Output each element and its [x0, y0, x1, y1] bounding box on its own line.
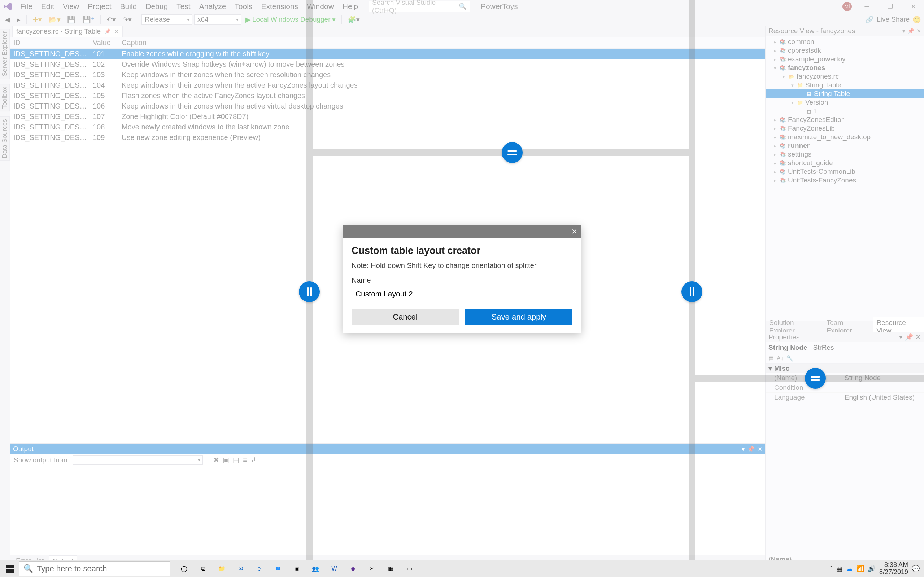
tree-node[interactable]: ▾📁Version: [766, 98, 924, 107]
panel-close-icon[interactable]: ✕: [758, 446, 762, 453]
menu-extensions[interactable]: Extensions: [257, 1, 302, 12]
powertoys-icon[interactable]: ▦: [382, 560, 399, 577]
props-pages-icon[interactable]: 🔧: [787, 355, 794, 362]
quick-launch-search[interactable]: Search Visual Studio (Ctrl+Q) 🔍: [369, 1, 470, 12]
tree-node[interactable]: ▾📂fancyzones.rc: [766, 72, 924, 81]
pin-icon[interactable]: 📌: [104, 29, 110, 34]
tree-node[interactable]: ▸📚shortcut_guide: [766, 159, 924, 167]
dialog-close-icon[interactable]: ✕: [571, 227, 577, 236]
task-view-icon[interactable]: ⧉: [194, 560, 212, 577]
feedback-icon[interactable]: 🙂: [913, 16, 921, 24]
tree-node[interactable]: ▸📚UnitTests-CommonLib: [766, 167, 924, 176]
tree-node[interactable]: ▾📚fancyzones: [766, 63, 924, 72]
splitter-handle-horizontal[interactable]: [805, 368, 826, 389]
col-header-value[interactable]: Value: [90, 37, 119, 49]
menu-project[interactable]: Project: [84, 1, 115, 12]
window-minimize-icon[interactable]: ─: [859, 1, 875, 12]
tree-node[interactable]: ▸📚maximize_to_new_desktop: [766, 133, 924, 141]
col-header-caption[interactable]: Caption: [119, 37, 765, 49]
user-avatar[interactable]: Mi: [842, 2, 852, 11]
cortana-icon[interactable]: ◯: [175, 560, 193, 577]
server-explorer-tab[interactable]: Server Explorer: [0, 29, 10, 79]
vscode-icon[interactable]: ≋: [269, 560, 287, 577]
menu-edit[interactable]: Edit: [37, 1, 58, 12]
tree-node[interactable]: ▸📚example_powertoy: [766, 55, 924, 63]
file-explorer-icon[interactable]: 📁: [213, 560, 230, 577]
cancel-button[interactable]: Cancel: [352, 309, 459, 325]
new-project-button[interactable]: ✚▾: [30, 15, 44, 24]
window-restore-icon[interactable]: ❐: [882, 1, 898, 12]
tree-node[interactable]: ▸📚common: [766, 37, 924, 46]
tree-node[interactable]: ▸📚cpprestsdk: [766, 46, 924, 55]
table-row[interactable]: IDS_SETTING_DESCRIPTION_...105Flash zone…: [10, 90, 765, 101]
toolbox-tab[interactable]: Toolbox: [0, 84, 10, 111]
tray-overflow-icon[interactable]: ˄: [829, 565, 833, 573]
layout-name-input[interactable]: [352, 287, 572, 301]
splitter-handle-vertical[interactable]: [299, 281, 320, 302]
menu-view[interactable]: View: [59, 1, 82, 12]
output-wordwrap-button[interactable]: ↲: [250, 456, 256, 464]
props-alpha-icon[interactable]: A↓: [777, 355, 783, 362]
tree-node[interactable]: ▸📚FancyZonesEditor: [766, 115, 924, 124]
panel-close-icon[interactable]: ✕: [916, 28, 921, 34]
start-button[interactable]: [2, 560, 19, 577]
menu-analyze[interactable]: Analyze: [195, 1, 230, 12]
tray-volume-icon[interactable]: 🔊: [868, 565, 876, 573]
open-file-button[interactable]: 📂▾: [46, 15, 63, 24]
menu-build[interactable]: Build: [116, 1, 141, 12]
output-toggle-2[interactable]: ▤: [233, 456, 239, 464]
panel-dropdown-icon[interactable]: ▾: [899, 333, 903, 341]
dialog-header[interactable]: ✕: [343, 225, 581, 238]
table-row[interactable]: IDS_SETTING_DESCRIPTION_...107Zone Highl…: [10, 111, 765, 122]
output-toggle-1[interactable]: ▣: [223, 456, 229, 464]
redo-button[interactable]: ↷▾: [120, 15, 134, 24]
toolbar-misc-button[interactable]: 🧩▾: [346, 15, 362, 24]
nav-back-button[interactable]: ◀: [3, 15, 13, 24]
menu-help[interactable]: Help: [339, 1, 362, 12]
solution-config-select[interactable]: Release: [142, 15, 192, 24]
teams-icon[interactable]: 👥: [307, 560, 324, 577]
props-category-misc[interactable]: ▾Misc: [766, 364, 924, 373]
col-header-id[interactable]: ID: [10, 37, 90, 49]
window-close-icon[interactable]: ✕: [905, 1, 921, 12]
panel-dropdown-icon[interactable]: ▾: [902, 28, 905, 34]
data-sources-tab[interactable]: Data Sources: [0, 116, 10, 161]
tree-node-selected[interactable]: ▦String Table: [766, 89, 924, 98]
save-button[interactable]: 💾: [65, 15, 78, 24]
taskbar-search[interactable]: 🔍 Type here to search: [19, 561, 170, 576]
panel-close-icon[interactable]: ✕: [915, 333, 921, 341]
menu-debug[interactable]: Debug: [142, 1, 171, 12]
panel-pin-icon[interactable]: 📌: [905, 333, 914, 341]
save-all-button[interactable]: 💾⁺: [80, 15, 97, 24]
nav-forward-button[interactable]: ▸: [15, 15, 23, 24]
close-tab-icon[interactable]: ✕: [114, 28, 119, 35]
action-center-icon[interactable]: 💬: [912, 565, 920, 573]
tree-node[interactable]: ▸📚runner: [766, 141, 924, 150]
tree-node[interactable]: ▸📚FancyZonesLib: [766, 124, 924, 133]
start-debug-button[interactable]: ▶ Local Windows Debugger ▾: [243, 15, 338, 24]
tree-node[interactable]: ▸📚settings: [766, 150, 924, 159]
solution-platform-select[interactable]: x64: [194, 15, 241, 24]
table-row[interactable]: IDS_SETTING_DESCRIPTION_...104Keep windo…: [10, 80, 765, 90]
table-row[interactable]: IDS_SETTING_DESCRIPTION_...109Use new zo…: [10, 132, 765, 143]
save-apply-button[interactable]: Save and apply: [465, 309, 572, 325]
tree-node[interactable]: ▾📁String Table: [766, 81, 924, 89]
live-share-button[interactable]: 🔗 Live Share 🙂: [865, 16, 921, 24]
menu-test[interactable]: Test: [173, 1, 194, 12]
prop-row[interactable]: Condition: [766, 383, 924, 393]
menu-file[interactable]: File: [16, 1, 36, 12]
panel-pin-icon[interactable]: 📌: [908, 28, 914, 34]
splitter-handle-vertical[interactable]: [682, 281, 703, 302]
table-row[interactable]: IDS_SETTING_DESCRIPTION_...103Keep windo…: [10, 69, 765, 80]
edge-icon[interactable]: e: [250, 560, 268, 577]
tray-onedrive-icon[interactable]: ☁: [846, 565, 853, 573]
resource-tree[interactable]: ▸📚common ▸📚cpprestsdk ▸📚example_powertoy…: [766, 36, 924, 321]
output-source-select[interactable]: [73, 456, 203, 465]
menu-tools[interactable]: Tools: [231, 1, 256, 12]
output-body[interactable]: [10, 466, 765, 555]
table-row[interactable]: IDS_SETTING_DESCRIPTION_...102Override W…: [10, 59, 765, 69]
panel-dropdown-icon[interactable]: ▾: [742, 446, 745, 453]
tree-node[interactable]: ▸📚UnitTests-FancyZones: [766, 176, 924, 185]
menu-window[interactable]: Window: [303, 1, 338, 12]
table-row[interactable]: IDS_SETTING_DESCRIPTION_...108Move newly…: [10, 122, 765, 132]
